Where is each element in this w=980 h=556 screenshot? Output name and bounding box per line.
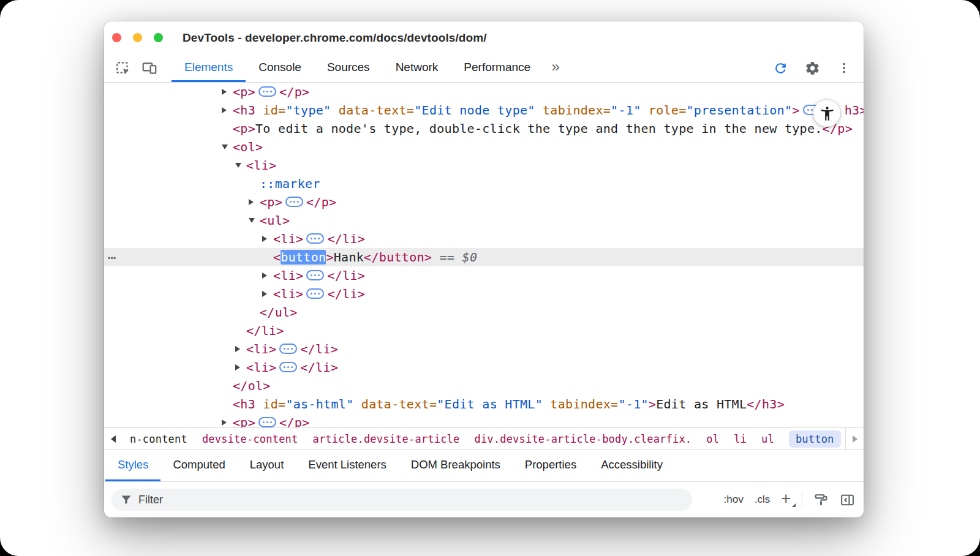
sidebar-tab-computed[interactable]: Computed	[160, 450, 237, 481]
ellipsis-dot	[287, 348, 289, 350]
dom-node-row[interactable]: <li>	[104, 156, 864, 175]
dom-node-row[interactable]: ::marker	[104, 175, 864, 193]
dom-node-row[interactable]: </ul>	[104, 303, 864, 321]
breadcrumb-item-n-content[interactable]: n-content	[130, 433, 187, 445]
dom-node-row[interactable]: <h3 id="as-html" data-text="Edit as HTML…	[104, 395, 864, 413]
minimize-window-button[interactable]	[133, 33, 142, 42]
dom-node-row[interactable]: <p>To edit a node's type, double-click t…	[104, 119, 864, 138]
ellipsis-dot	[293, 201, 295, 203]
code-token: </p>	[279, 415, 309, 427]
dom-node-row[interactable]: <p></p>	[104, 193, 864, 211]
inline-expand-button[interactable]	[285, 197, 303, 207]
code-token: ::marker	[260, 176, 320, 191]
code-token: <p>	[233, 415, 255, 427]
breadcrumb-scroll-left-button[interactable]	[104, 428, 123, 449]
dom-node-row[interactable]: <li></li>	[104, 230, 864, 248]
dom-node-row[interactable]: <p></p>	[104, 83, 864, 101]
new-style-rule-button[interactable]: +	[781, 490, 791, 509]
rendering-emulation-button[interactable]	[813, 492, 829, 508]
disclosure-collapsed-icon[interactable]	[235, 358, 246, 377]
dom-node-row[interactable]: <ol>	[104, 138, 864, 156]
dom-node-row[interactable]: <li></li>	[104, 358, 864, 377]
dom-node-row[interactable]: <li></li>	[104, 266, 864, 285]
tab-performance[interactable]: Performance	[451, 54, 543, 82]
breadcrumb-item-button[interactable]: button	[789, 430, 841, 448]
devtools-toolbar: ElementsConsoleSourcesNetworkPerformance…	[104, 54, 864, 83]
breadcrumb-item-li[interactable]: li	[734, 433, 747, 445]
sidebar-tab-event-listeners[interactable]: Event Listeners	[296, 450, 399, 481]
inline-expand-button[interactable]	[279, 362, 297, 372]
tab-elements[interactable]: Elements	[172, 54, 246, 82]
zoom-window-button[interactable]	[154, 33, 163, 42]
disclosure-expanded-icon[interactable]	[249, 211, 260, 230]
disclosure-collapsed-icon[interactable]	[222, 101, 233, 119]
device-toolbar-icon	[141, 60, 157, 76]
tab-sources[interactable]: Sources	[314, 54, 383, 82]
disclosure-collapsed-icon[interactable]	[222, 413, 233, 427]
element-classes-button[interactable]: .cls	[755, 494, 771, 506]
toggle-element-state-button[interactable]: :hov	[724, 494, 744, 506]
disclosure-expanded-icon[interactable]	[222, 138, 233, 156]
sidebar-tab-dom-breakpoints[interactable]: DOM Breakpoints	[399, 450, 513, 481]
inline-expand-button[interactable]	[258, 417, 276, 427]
dom-node-row[interactable]: </li>	[104, 321, 864, 340]
disclosure-collapsed-icon[interactable]	[222, 83, 233, 101]
gear-icon	[805, 61, 820, 76]
more-tabs-button[interactable]: »	[543, 54, 568, 82]
paint-roller-icon	[813, 492, 829, 508]
inspect-element-button[interactable]	[109, 54, 136, 82]
disclosure-collapsed-icon[interactable]	[262, 266, 273, 285]
breadcrumb-item-ol[interactable]: ol	[706, 433, 719, 445]
disclosure-collapsed-icon[interactable]	[249, 193, 260, 211]
settings-button[interactable]	[799, 61, 826, 76]
selected-tag-name-highlight[interactable]: button	[281, 250, 326, 265]
accessibility-cursor-badge[interactable]	[813, 100, 840, 127]
code-token: <h3	[233, 103, 255, 118]
inline-expand-button[interactable]	[258, 86, 276, 97]
close-window-button[interactable]	[112, 33, 121, 42]
code-token: "Edit as HTML"	[437, 397, 543, 411]
breadcrumb-item-devsite-content[interactable]: devsite-content	[202, 433, 298, 445]
ellipsis-dot	[314, 293, 316, 295]
main-menu-button[interactable]	[831, 61, 858, 75]
inline-expand-button[interactable]	[306, 288, 324, 299]
ellipsis-dot	[314, 274, 316, 276]
disclosure-collapsed-icon[interactable]	[262, 230, 273, 248]
sidebar-tab-layout[interactable]: Layout	[238, 450, 296, 481]
breadcrumb-item-ul[interactable]: ul	[761, 433, 774, 445]
tab-network[interactable]: Network	[383, 54, 451, 82]
inline-expand-button[interactable]	[306, 270, 324, 280]
filter-funnel-icon	[120, 494, 132, 506]
row-options-dots-icon[interactable]: …	[108, 246, 116, 264]
inline-expand-button[interactable]	[279, 344, 297, 354]
reload-required-button[interactable]	[767, 61, 794, 76]
sidebar-panel-icon	[840, 492, 855, 508]
sidebar-tab-accessibility[interactable]: Accessibility	[589, 450, 675, 481]
sidebar-tab-styles[interactable]: Styles	[105, 450, 160, 481]
toggle-sidebar-button[interactable]	[840, 492, 855, 508]
dom-node-row[interactable]: </ol>	[104, 377, 864, 395]
disclosure-collapsed-icon[interactable]	[262, 285, 273, 303]
disclosure-collapsed-icon[interactable]	[235, 340, 246, 358]
dom-node-row[interactable]: <button>Hank</button> == $0…	[104, 248, 864, 266]
filter-input[interactable]: Filter	[111, 489, 692, 511]
breadcrumb-item-article-devsite-article[interactable]: article.devsite-article	[312, 433, 459, 445]
dom-node-row[interactable]: <ul>	[104, 211, 864, 230]
code-token: </ul>	[260, 305, 298, 320]
disclosure-expanded-icon[interactable]	[235, 156, 246, 175]
dom-node-row[interactable]: <p></p>	[104, 413, 864, 427]
ellipsis-dot	[266, 91, 268, 92]
tab-console[interactable]: Console	[246, 54, 314, 82]
dom-node-row[interactable]: <li></li>	[104, 340, 864, 358]
breadcrumb-scroll-right-button[interactable]	[845, 428, 864, 449]
sidebar-tab-properties[interactable]: Properties	[513, 450, 589, 481]
code-token: "Edit node type"	[414, 103, 535, 118]
code-token: data-text=	[331, 103, 414, 118]
code-token: "presentation"	[687, 103, 793, 118]
breadcrumb-item-div-devsite-article-body-clearfix[interactable]: div.devsite-article-body.clearfix.	[474, 433, 692, 445]
toggle-device-toolbar-button[interactable]	[136, 54, 163, 82]
inline-expand-button[interactable]	[306, 233, 324, 244]
dom-node-row[interactable]: <li></li>	[104, 285, 864, 303]
dom-node-row[interactable]: <h3 id="type" data-text="Edit node type"…	[104, 101, 864, 119]
ellipsis-dot	[311, 238, 312, 239]
